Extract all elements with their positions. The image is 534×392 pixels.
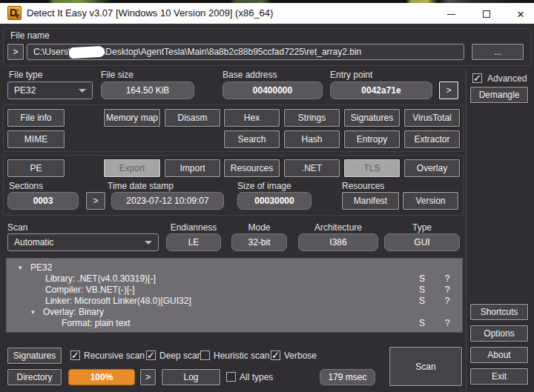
signature-link[interactable]: S: [413, 285, 431, 295]
resources-label: Resources: [342, 181, 384, 191]
version-button[interactable]: Version: [403, 192, 458, 210]
manifest-button[interactable]: Manifest: [342, 192, 399, 210]
resources-button[interactable]: Resources: [224, 159, 280, 177]
signature-link[interactable]: S: [413, 318, 431, 328]
mode-value[interactable]: 32-bit: [231, 233, 287, 251]
file-open-arrow-button[interactable]: >: [7, 44, 24, 60]
base-address-value[interactable]: 00400000: [222, 82, 323, 99]
tree-row-pe32[interactable]: ▾PE32: [7, 262, 462, 273]
tree-row-compiler[interactable]: Compiler: VB.NET(-)[-] S ?: [7, 284, 462, 295]
search-button[interactable]: Search: [224, 130, 280, 148]
file-name-label: File name: [10, 30, 50, 41]
all-types-label: All types: [240, 372, 273, 382]
overlay-button[interactable]: Overlay: [404, 159, 460, 177]
architecture-value[interactable]: I386: [298, 233, 378, 251]
dotnet-button[interactable]: .NET: [284, 159, 340, 177]
tree-row-linker[interactable]: Linker: Microsoft Linker(48.0)[GUI32] S …: [7, 295, 462, 306]
file-type-select[interactable]: PE32: [7, 82, 93, 99]
about-button[interactable]: About: [470, 347, 528, 363]
entry-point-arrow-button[interactable]: >: [439, 82, 458, 99]
scan-method-value: Automatic: [14, 237, 53, 248]
endianness-value[interactable]: LE: [166, 233, 221, 251]
shortcuts-button[interactable]: Shortcuts: [470, 304, 528, 320]
triangle-down-icon[interactable]: ▾: [31, 308, 43, 316]
info-link[interactable]: ?: [438, 296, 456, 306]
info-link[interactable]: ?: [438, 318, 456, 328]
redaction-blob: [69, 45, 105, 58]
elapsed-time: 179 msec: [320, 369, 375, 385]
close-button[interactable]: ✕: [509, 6, 533, 22]
strings-button[interactable]: Strings: [284, 109, 340, 127]
mime-button[interactable]: MIME: [7, 130, 65, 148]
maximize-button[interactable]: [475, 6, 498, 22]
endianness-label: Endianness: [166, 222, 221, 233]
triangle-down-icon[interactable]: ▾: [19, 264, 30, 271]
die-window: D e Detect It Easy v3.07 [Windows 10 Ver…: [0, 0, 534, 392]
info-link[interactable]: ?: [438, 273, 456, 284]
entry-point-value[interactable]: 0042a71e: [330, 82, 432, 99]
hash-button[interactable]: Hash: [284, 130, 340, 148]
file-path-suffix: \Desktop\AgentTesla\Main\8a8b2c88b95ccfa…: [103, 47, 361, 57]
sections-count[interactable]: 0003: [7, 192, 79, 210]
detection-text: Linker: Microsoft Linker(48.0)[GUI32]: [45, 296, 191, 306]
detection-text: PE32: [30, 262, 52, 273]
deep-scan-label: Deep scan: [159, 351, 202, 361]
scan-button[interactable]: Scan: [389, 347, 462, 386]
check-icon: ✓: [271, 350, 280, 361]
window-title: Detect It Easy v3.07 [Windows 10 Version…: [27, 7, 273, 19]
die-logo-icon: D e: [7, 6, 22, 20]
size-of-image-label: Size of image: [237, 181, 291, 191]
demangle-button[interactable]: Demangle: [470, 87, 528, 103]
advanced-checkbox[interactable]: ✓: [472, 73, 482, 83]
tree-row-library[interactable]: Library: .NET(v4.0.30319)[-] S ?: [7, 273, 462, 284]
browse-button[interactable]: ...: [472, 44, 524, 60]
check-icon: ✓: [473, 73, 481, 84]
chevron-down-icon: [145, 241, 152, 245]
architecture-label: Architecture: [298, 222, 378, 233]
info-link[interactable]: ?: [438, 285, 456, 295]
import-button[interactable]: Import: [165, 159, 220, 177]
size-of-image-value[interactable]: 00030000: [237, 192, 312, 210]
scan-method-select[interactable]: Automatic: [7, 233, 159, 251]
tree-row-overlay[interactable]: ▾Overlay: Binary: [7, 306, 462, 317]
detection-text: Library: .NET(v4.0.30319)[-]: [45, 273, 156, 284]
time-date-stamp-value[interactable]: 2023-07-12 10:09:07: [111, 192, 224, 210]
directory-button[interactable]: Directory: [7, 369, 62, 385]
progress-arrow-button[interactable]: >: [140, 369, 156, 385]
type-value[interactable]: GUI: [384, 233, 460, 251]
disasm-button[interactable]: Disasm: [165, 109, 220, 127]
memory-map-button[interactable]: Memory map: [104, 109, 160, 127]
signatures-db-button[interactable]: Signatures: [7, 348, 62, 364]
signatures-view-button[interactable]: Signatures: [344, 109, 400, 127]
file-info-button[interactable]: File info: [7, 109, 65, 127]
hex-button[interactable]: Hex: [224, 109, 280, 127]
virustotal-button[interactable]: VirusTotal: [404, 109, 460, 127]
recursive-scan-checkbox[interactable]: ✓: [70, 351, 80, 360]
signature-link[interactable]: S: [413, 273, 431, 284]
extractor-button[interactable]: Extractor: [404, 130, 460, 148]
tree-row-format[interactable]: Format: plain text S ?: [7, 317, 462, 328]
pe-button[interactable]: PE: [7, 159, 65, 177]
check-icon: ✓: [147, 350, 155, 361]
titlebar: D e Detect It Easy v3.07 [Windows 10 Ver…: [0, 3, 534, 24]
file-type-label: File type: [9, 70, 42, 80]
scan-progress-bar: 100%: [68, 369, 135, 385]
heuristic-scan-checkbox[interactable]: [200, 351, 210, 360]
entry-point-label: Entry point: [330, 70, 372, 80]
file-path-input[interactable]: C:\Users\\Desktop\AgentTesla\Main\8a8b2c…: [27, 44, 464, 60]
deep-scan-checkbox[interactable]: ✓: [146, 351, 156, 360]
verbose-checkbox[interactable]: ✓: [271, 351, 280, 360]
heuristic-scan-label: Heuristic scan: [214, 351, 269, 361]
mode-label: Mode: [231, 222, 287, 233]
exit-button[interactable]: Exit: [470, 368, 528, 385]
minimize-button[interactable]: [439, 6, 463, 22]
log-button[interactable]: Log: [162, 369, 220, 385]
file-type-value: PE32: [14, 85, 36, 96]
entropy-button[interactable]: Entropy: [344, 130, 400, 148]
sections-arrow-button[interactable]: >: [86, 192, 105, 210]
tls-button: TLS: [344, 159, 400, 177]
detection-text: Format: plain text: [62, 318, 131, 328]
signature-link[interactable]: S: [413, 296, 431, 306]
all-types-checkbox[interactable]: [226, 372, 236, 382]
options-button[interactable]: Options: [470, 325, 528, 342]
